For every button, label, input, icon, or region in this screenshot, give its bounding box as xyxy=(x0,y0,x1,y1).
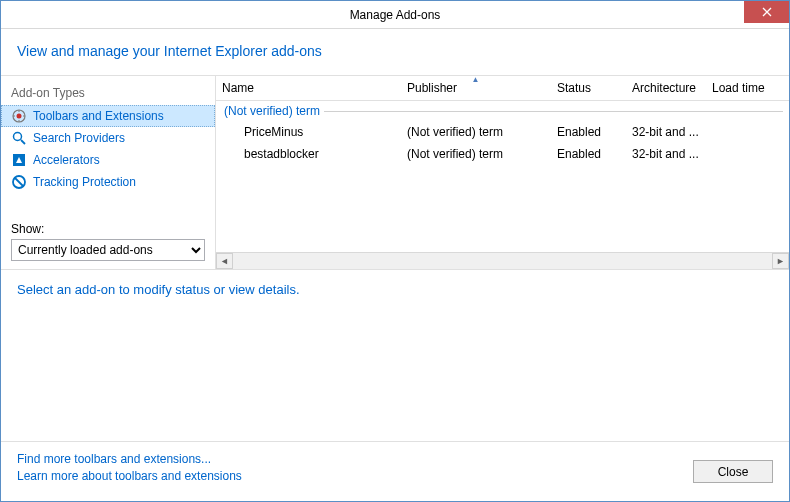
sort-asc-icon: ▲ xyxy=(472,76,480,84)
table-row[interactable]: PriceMinus (Not verified) term Enabled 3… xyxy=(216,121,789,143)
addon-list: Name ▲ Publisher Status Architecture Loa… xyxy=(216,76,789,269)
cell-load-time xyxy=(706,123,776,141)
column-architecture[interactable]: Architecture xyxy=(626,76,706,100)
toolbars-icon xyxy=(11,108,27,124)
tracking-protection-icon xyxy=(11,174,27,190)
sidebar-item-search[interactable]: Search Providers xyxy=(1,127,215,149)
svg-point-1 xyxy=(17,114,22,119)
column-name[interactable]: Name xyxy=(216,76,401,100)
find-more-link[interactable]: Find more toolbars and extensions... xyxy=(17,452,242,466)
footer: Find more toolbars and extensions... Lea… xyxy=(1,442,789,495)
show-section: Show: Currently loaded add-ons xyxy=(1,222,215,261)
group-header[interactable]: (Not verified) term xyxy=(216,101,789,121)
sidebar-item-toolbars[interactable]: Toolbars and Extensions xyxy=(1,105,215,127)
cell-status: Enabled xyxy=(551,145,626,163)
scroll-right-button[interactable]: ► xyxy=(772,253,789,269)
column-status[interactable]: Status xyxy=(551,76,626,100)
table-header: Name ▲ Publisher Status Architecture Loa… xyxy=(216,76,789,101)
cell-publisher: (Not verified) term xyxy=(401,123,551,141)
sidebar: Add-on Types Toolbars and Extensions Sea… xyxy=(1,76,216,269)
window-close-button[interactable] xyxy=(744,1,789,23)
sidebar-item-label: Accelerators xyxy=(33,153,100,167)
close-icon xyxy=(762,7,772,17)
cell-load-time xyxy=(706,145,776,163)
table-body: (Not verified) term PriceMinus (Not veri… xyxy=(216,101,789,252)
learn-more-link[interactable]: Learn more about toolbars and extensions xyxy=(17,469,242,483)
column-load-time[interactable]: Load time xyxy=(706,76,776,100)
scroll-track[interactable] xyxy=(233,253,772,269)
svg-point-2 xyxy=(14,133,22,141)
titlebar: Manage Add-ons xyxy=(1,1,789,29)
search-icon xyxy=(11,130,27,146)
cell-publisher: (Not verified) term xyxy=(401,145,551,163)
addon-types-label: Add-on Types xyxy=(1,84,215,105)
horizontal-scrollbar[interactable]: ◄ ► xyxy=(216,252,789,269)
cell-name: bestadblocker xyxy=(216,145,401,163)
details-pane: Select an add-on to modify status or vie… xyxy=(1,269,789,442)
sidebar-item-label: Search Providers xyxy=(33,131,125,145)
page-header: View and manage your Internet Explorer a… xyxy=(1,29,789,76)
accelerators-icon xyxy=(11,152,27,168)
sidebar-item-label: Toolbars and Extensions xyxy=(33,109,164,123)
cell-architecture: 32-bit and ... xyxy=(626,123,706,141)
sidebar-item-accelerators[interactable]: Accelerators xyxy=(1,149,215,171)
footer-links: Find more toolbars and extensions... Lea… xyxy=(17,452,242,483)
main-area: Add-on Types Toolbars and Extensions Sea… xyxy=(1,76,789,269)
sidebar-item-label: Tracking Protection xyxy=(33,175,136,189)
window-title: Manage Add-ons xyxy=(350,8,441,22)
cell-name: PriceMinus xyxy=(216,123,401,141)
details-hint: Select an add-on to modify status or vie… xyxy=(17,282,773,297)
show-label: Show: xyxy=(11,222,205,236)
sidebar-item-tracking[interactable]: Tracking Protection xyxy=(1,171,215,193)
show-dropdown[interactable]: Currently loaded add-ons xyxy=(11,239,205,261)
cell-architecture: 32-bit and ... xyxy=(626,145,706,163)
table-row[interactable]: bestadblocker (Not verified) term Enable… xyxy=(216,143,789,165)
scroll-left-button[interactable]: ◄ xyxy=(216,253,233,269)
cell-status: Enabled xyxy=(551,123,626,141)
close-button[interactable]: Close xyxy=(693,460,773,483)
page-title: View and manage your Internet Explorer a… xyxy=(17,43,773,59)
column-publisher[interactable]: ▲ Publisher xyxy=(401,76,551,100)
